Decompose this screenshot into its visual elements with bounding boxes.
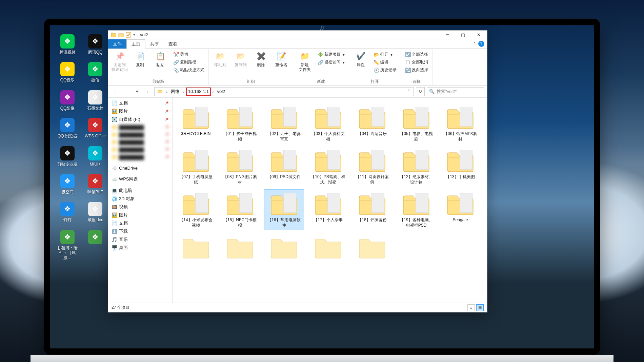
desktop-app-icon[interactable]: ❖WPS Office [85,118,106,138]
folder-item[interactable] [176,233,216,246]
breadcrumb-vol[interactable]: vol2 [215,88,227,96]
chevron-right-icon[interactable]: › [211,89,215,94]
folder-item[interactable]: 【03】个人资料文档 [308,103,348,144]
folder-item[interactable]: 【05】电影、电视剧 [396,103,436,144]
edit-button[interactable]: ✏️编辑 [372,59,398,66]
paste-shortcut-button[interactable]: 📎粘贴快捷方式 [172,66,206,74]
back-button[interactable]: ← [111,87,120,96]
folder-item[interactable]: 【01】孩子成长视频 [220,103,260,144]
select-all-button[interactable]: ☑️全部选择 [404,51,429,58]
folder-item[interactable]: 【17】个人杂事 [308,189,348,230]
desktop-app-icon[interactable]: ❖甘芸溥：附件：（凤凰… [57,230,78,260]
sidebar-blurred[interactable]: 📁████████📍 [108,146,172,153]
breadcrumb-dropdown[interactable]: ˅ [405,89,413,94]
sidebar-blurred[interactable]: 📁████████📍 [108,138,172,146]
folder-item[interactable] [352,233,392,246]
sidebar-music[interactable]: 🎵音乐 [108,235,172,244]
details-view-button[interactable]: ≡ [467,304,475,311]
desktop-app-icon[interactable]: ❖剪映专业版 [57,146,78,167]
search-box[interactable]: 🔍 搜索"vol2" [427,87,484,96]
desktop-app-icon[interactable]: ❖ [85,230,106,260]
collapse-ribbon-icon[interactable]: ⌃ [473,41,476,46]
desktop-app-icon[interactable]: ❖极空间 [57,174,78,194]
breadcrumb-box[interactable]: › 网络 › 10.168.1.1 › vol2 ˅ [154,87,414,96]
up-button[interactable]: ↑ [143,87,152,96]
desktop-app-icon[interactable]: ❖QQ影像 [57,90,78,111]
sidebar-pictures[interactable]: 🖼️图片📍 [108,107,172,115]
sidebar-thispc[interactable]: 💻此电脑 [108,187,172,195]
folder-item[interactable] [308,233,348,246]
refresh-button[interactable]: ↻ [416,87,425,96]
minimize-button[interactable]: ━ [440,31,455,39]
sidebar-blurred[interactable]: 📁████████📍 [108,153,172,161]
sidebar-docs2[interactable]: 📄文档 [108,219,172,227]
sidebar-wps[interactable]: ☁️WPS网盘 [108,175,172,183]
copy-to-button[interactable]: 📂复制到 [231,50,250,68]
new-item-button[interactable]: ✳️新建项目▾ [316,51,346,58]
folder-item[interactable] [220,233,260,246]
tab-share[interactable]: 共享 [145,39,164,49]
desktop-app-icon[interactable]: ❖咸鱼.doc [85,202,106,222]
breadcrumb-ip-highlighted[interactable]: 10.168.1.1 [186,88,211,96]
folder-item[interactable]: 【16】常用电脑软件 [264,189,304,230]
open-button[interactable]: 📂打开▾ [372,51,398,58]
folder-item[interactable]: 【06】铃声MP3素材 [440,103,480,144]
sidebar-video[interactable]: 🎞️视频 [108,203,172,211]
folder-item[interactable]: 【04】高清音乐 [352,103,392,144]
tab-file[interactable]: 文件 [108,39,126,49]
folder-item[interactable]: 【08】PNG图片素材 [220,146,260,187]
folder-item[interactable]: 【11】网页设计案例 [352,146,392,187]
folder-item[interactable]: 【10】PS笔刷、样式、渐变 [308,146,348,187]
help-icon[interactable]: ? [478,41,484,47]
sidebar-3d[interactable]: 🧊3D 对象 [108,195,172,203]
breadcrumb-network[interactable]: 网络 [169,88,182,96]
checkbox-qat-icon[interactable] [126,32,131,38]
delete-button[interactable]: ✖️删除 [251,50,270,68]
folder-item[interactable]: 【07】手机电脑壁纸 [176,146,216,187]
cut-button[interactable]: ✂️剪切 [172,51,206,58]
folder-item[interactable]: 【12】绝版素材、设计包 [396,146,436,187]
rename-button[interactable]: 📝重命名 [272,50,291,68]
desktop-app-icon[interactable]: ❖咪鼠BLE [85,174,106,194]
folder-item[interactable]: $RECYCLE.BIN [176,103,216,144]
sidebar-onedrive[interactable]: ☁️OneDrive [108,164,172,172]
close-button[interactable]: ✕ [471,31,486,39]
move-to-button[interactable]: 📂移动到 [211,50,230,68]
folder-item[interactable]: Seagate [440,189,480,230]
maximize-button[interactable]: ▢ [455,31,471,39]
paste-button[interactable]: 📋粘贴 [151,50,170,68]
folder-qat-icon[interactable] [118,32,124,38]
folder-item[interactable]: 【13】手机美图 [440,146,480,187]
desktop-app-icon[interactable]: ❖MIUI+ [85,146,106,167]
sidebar-docs[interactable]: 📄文档📍 [108,99,172,107]
sidebar-blurred[interactable]: 📁████████📍 [108,131,172,138]
invert-selection-button[interactable]: 🔃反向选择 [404,66,429,74]
sidebar-desktop[interactable]: 🖥️桌面 [108,244,172,252]
icons-view-button[interactable]: ▦ [476,304,484,311]
sidebar-media[interactable]: 💽自媒体 (F:)📍 [108,115,172,123]
desktop-app-icon[interactable]: ❖微信 [85,62,106,82]
new-folder-button[interactable]: 📁新建 文件夹 [295,50,314,73]
pin-to-quick-access-button[interactable]: 📌固定到 快速访问 [110,50,129,73]
chevron-right-icon[interactable]: › [165,89,169,94]
chevron-right-icon[interactable]: › [182,89,186,94]
folder-item[interactable]: 【18】评测备份 [352,189,392,230]
qat-dropdown[interactable]: ▾ [133,33,135,37]
desktop-app-icon[interactable]: ❖腾讯视频 [57,34,78,55]
desktop-app-icon[interactable]: ❖石墨文档 [85,90,106,111]
copy-button[interactable]: 📄复制 [130,50,149,68]
desktop-app-icon[interactable]: ❖钉钉 [57,202,78,222]
properties-button[interactable]: ✔️属性 [351,50,370,68]
folder-item[interactable] [264,233,304,246]
breadcrumb-root-icon[interactable] [155,88,165,96]
desktop-app-icon[interactable]: ❖QQ音乐 [57,62,78,82]
sidebar-downloads[interactable]: ⬇️下载 [108,227,172,235]
tab-view[interactable]: 查看 [164,39,182,49]
desktop-app-icon[interactable]: ❖腾讯QQ [85,34,106,55]
folder-item[interactable]: 【09】PSD源文件 [264,146,304,187]
recent-dropdown[interactable]: ▾ [133,87,141,96]
forward-button[interactable]: → [122,87,130,96]
desktop-app-icon[interactable]: ❖QQ 浏览器 [57,118,78,138]
sidebar-blurred[interactable]: 📁████████📍 [108,123,172,131]
copy-path-button[interactable]: 🔗复制路径 [172,59,206,66]
